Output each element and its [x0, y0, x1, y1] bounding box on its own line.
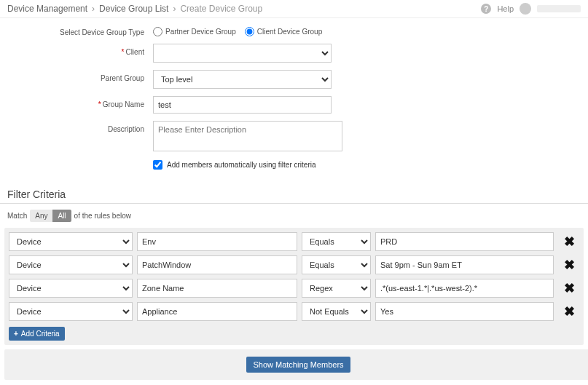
show-matching-panel: Show Matching Members: [4, 349, 588, 380]
match-line: Match Any All of the rules below: [0, 210, 588, 228]
auto-members-label: Add members automatically using filter c…: [167, 161, 316, 169]
top-bar: Device Management › Device Group List › …: [0, 0, 588, 18]
breadcrumb-item-device-management[interactable]: Device Management: [7, 4, 87, 14]
criteria-attr-input[interactable]: [137, 279, 297, 298]
criteria-op-select[interactable]: Regex: [302, 279, 371, 298]
criteria-val-input[interactable]: [375, 232, 554, 251]
group-type-label: Select Device Group Type: [7, 24, 153, 36]
criteria-type-select[interactable]: Device: [9, 255, 133, 274]
description-label: Description: [7, 121, 153, 133]
delete-criteria-icon[interactable]: ✖: [564, 258, 575, 272]
client-select[interactable]: [153, 44, 332, 63]
criteria-val-input[interactable]: [375, 279, 554, 298]
partner-device-group-radio[interactable]: Partner Device Group: [153, 27, 236, 36]
user-avatar-icon[interactable]: [520, 3, 531, 15]
breadcrumb-item-device-group-list[interactable]: Device Group List: [99, 4, 168, 14]
criteria-attr-input[interactable]: [137, 232, 297, 251]
criteria-type-select[interactable]: Device: [9, 302, 133, 321]
group-name-input[interactable]: [153, 96, 332, 114]
group-name-label: *Group Name: [7, 96, 153, 108]
breadcrumb: Device Management › Device Group List › …: [7, 4, 262, 14]
help-icon[interactable]: ?: [481, 4, 491, 14]
criteria-row: Device Regex ✖: [9, 279, 579, 298]
match-any-button[interactable]: Any: [30, 210, 52, 222]
chevron-right-icon: ›: [173, 4, 176, 14]
help-link[interactable]: Help: [497, 4, 514, 13]
top-right: ? Help: [481, 3, 581, 15]
delete-criteria-icon[interactable]: ✖: [564, 304, 575, 319]
match-prefix: Match: [7, 212, 27, 220]
client-device-group-radio-input[interactable]: [245, 27, 254, 36]
delete-criteria-icon[interactable]: ✖: [564, 234, 575, 249]
add-criteria-button[interactable]: Add Criteria: [9, 327, 65, 341]
error-block: We are sorry. The page you are accessing…: [0, 380, 588, 385]
auto-members-checkbox[interactable]: [153, 160, 162, 170]
description-textarea[interactable]: [153, 121, 342, 151]
criteria-op-select[interactable]: Not Equals: [302, 302, 371, 321]
show-matching-members-button[interactable]: Show Matching Members: [246, 357, 350, 373]
add-criteria-label: Add Criteria: [21, 330, 60, 338]
client-label: *Client: [7, 44, 153, 56]
criteria-panel: Device Equals ✖ Device Equals ✖ Device R…: [4, 228, 584, 345]
criteria-row: Device Not Equals ✖: [9, 302, 579, 321]
match-toggle-group: Any All: [30, 210, 71, 222]
create-device-group-form: Select Device Group Type Partner Device …: [0, 18, 588, 184]
breadcrumb-item-create-device-group: Create Device Group: [180, 4, 262, 14]
partner-device-group-radio-label: Partner Device Group: [165, 28, 236, 36]
parent-group-select[interactable]: Top level: [153, 70, 332, 89]
plus-icon: [14, 330, 18, 338]
client-device-group-radio[interactable]: Client Device Group: [245, 27, 322, 36]
criteria-type-select[interactable]: Device: [9, 232, 133, 251]
criteria-val-input[interactable]: [375, 255, 554, 274]
delete-criteria-icon[interactable]: ✖: [564, 281, 575, 295]
chevron-right-icon: ›: [92, 4, 95, 14]
criteria-attr-input[interactable]: [137, 255, 297, 274]
user-menu[interactable]: [537, 5, 581, 12]
match-suffix: of the rules below: [74, 212, 131, 220]
parent-group-label: Parent Group: [7, 70, 153, 82]
criteria-attr-input[interactable]: [137, 302, 297, 321]
criteria-op-select[interactable]: Equals: [302, 232, 371, 251]
criteria-val-input[interactable]: [375, 302, 554, 321]
client-device-group-radio-label: Client Device Group: [257, 28, 322, 36]
criteria-type-select[interactable]: Device: [9, 279, 133, 298]
match-all-button[interactable]: All: [52, 210, 71, 222]
criteria-op-select[interactable]: Equals: [302, 255, 371, 274]
filter-criteria-title: Filter Criteria: [0, 184, 588, 204]
criteria-row: Device Equals ✖: [9, 255, 579, 274]
partner-device-group-radio-input[interactable]: [153, 27, 162, 36]
criteria-row: Device Equals ✖: [9, 232, 579, 251]
